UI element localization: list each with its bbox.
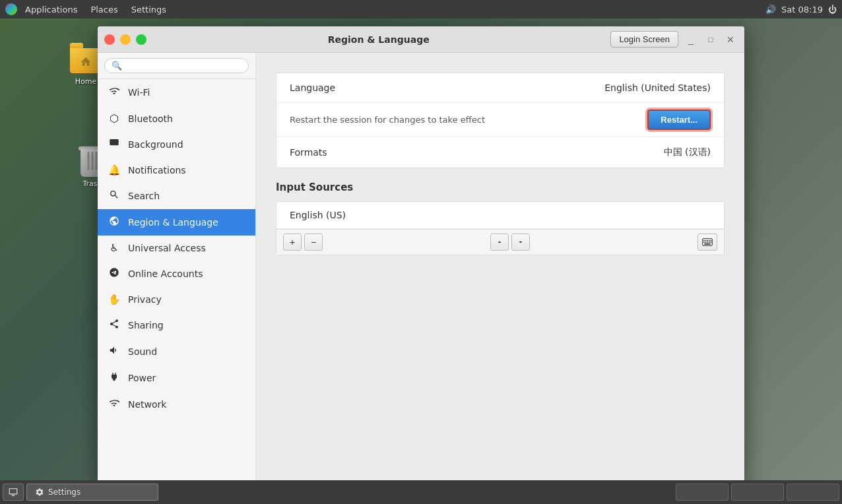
taskbar-thumbnail3 xyxy=(787,484,839,501)
maximize-button[interactable]: + xyxy=(136,34,146,45)
background-label: Background xyxy=(128,139,183,150)
language-value: English (United States) xyxy=(604,82,711,93)
input-sources-toolbar: + − xyxy=(276,229,724,255)
sidebar-item-search[interactable]: Search xyxy=(98,183,255,209)
taskbar-settings-window[interactable]: Settings xyxy=(26,484,158,501)
restart-button[interactable]: Restart... xyxy=(647,110,711,130)
window-title: Region & Language xyxy=(152,34,605,45)
online-accounts-icon xyxy=(108,267,120,280)
login-screen-button[interactable]: Login Screen xyxy=(610,31,678,47)
settings-sidebar: 🔍 Wi-Fi ⬡ Bluetooth Background xyxy=(98,53,256,488)
universal-access-label: Universal Access xyxy=(128,243,206,253)
sharing-icon xyxy=(108,319,120,332)
svg-rect-0 xyxy=(110,139,118,145)
bluetooth-icon: ⬡ xyxy=(108,112,120,125)
search-wrap: 🔍 xyxy=(104,58,249,73)
restart-notice-row: Restart the session for changes to take … xyxy=(276,103,724,137)
background-icon xyxy=(108,138,120,151)
sidebar-item-online-accounts[interactable]: Online Accounts xyxy=(98,261,255,287)
window-titlebar: ✕ − + Region & Language Login Screen _ □… xyxy=(98,26,744,53)
language-row: Language English (United States) xyxy=(276,73,724,103)
notifications-icon: 🔔 xyxy=(108,164,120,176)
search-sidebar-icon xyxy=(108,189,120,203)
svg-rect-4 xyxy=(707,240,708,241)
sidebar-item-network[interactable]: Network xyxy=(98,391,255,418)
language-card: Language English (United States) Restart… xyxy=(276,73,725,168)
privacy-icon: ✋ xyxy=(108,294,120,305)
sidebar-item-power[interactable]: Power xyxy=(98,365,255,391)
input-sources-title: Input Sources xyxy=(276,181,725,193)
sidebar-item-region[interactable]: Region & Language xyxy=(98,209,255,236)
sidebar-item-wifi[interactable]: Wi-Fi xyxy=(98,79,255,106)
sidebar-item-universal-access[interactable]: ♿ Universal Access xyxy=(98,236,255,261)
language-label: Language xyxy=(290,82,604,93)
move-down-button[interactable] xyxy=(511,234,530,251)
power-icon[interactable]: ⏻ xyxy=(828,5,837,15)
topbar-right: 🔊 Sat 08:19 ⏻ xyxy=(765,5,837,15)
topbar-left: Applications Places Settings xyxy=(5,3,172,16)
sidebar-item-sharing[interactable]: Sharing xyxy=(98,312,255,338)
volume-icon[interactable]: 🔊 xyxy=(765,5,776,15)
window-body: 🔍 Wi-Fi ⬡ Bluetooth Background xyxy=(98,53,744,488)
formats-row: Formats 中国 (汉语) xyxy=(276,137,724,168)
search-label: Search xyxy=(128,191,160,201)
sidebar-item-notifications[interactable]: 🔔 Notifications xyxy=(98,158,255,183)
search-input[interactable] xyxy=(126,61,242,71)
input-source-english-us[interactable]: English (US) xyxy=(276,202,724,229)
formats-value: 中国 (汉语) xyxy=(664,146,711,158)
settings-menu[interactable]: Settings xyxy=(126,3,172,16)
network-icon xyxy=(108,398,120,411)
svg-rect-2 xyxy=(703,240,705,241)
keyboard-settings-button[interactable] xyxy=(697,234,717,251)
settings-window: ✕ − + Region & Language Login Screen _ □… xyxy=(98,26,744,488)
taskbar: Settings xyxy=(0,480,842,504)
sidebar-item-background[interactable]: Background xyxy=(98,131,255,158)
places-menu[interactable]: Places xyxy=(85,3,123,16)
close-button[interactable]: ✕ xyxy=(104,34,115,45)
taskbar-thumbnail2 xyxy=(731,484,784,501)
sharing-label: Sharing xyxy=(128,320,164,331)
svg-rect-9 xyxy=(707,241,708,243)
maximize-btn2[interactable]: □ xyxy=(703,32,718,47)
sound-label: Sound xyxy=(128,346,157,357)
taskbar-thumbnail xyxy=(676,484,729,501)
move-up-button[interactable] xyxy=(490,234,509,251)
region-icon xyxy=(108,216,120,229)
close-btn2[interactable]: ✕ xyxy=(723,32,738,47)
minimize-btn2[interactable]: _ xyxy=(684,32,698,47)
show-desktop-button[interactable] xyxy=(3,484,24,501)
add-input-source-button[interactable]: + xyxy=(283,234,302,251)
applications-menu[interactable]: Applications xyxy=(20,3,82,16)
network-label: Network xyxy=(128,399,166,410)
privacy-label: Privacy xyxy=(128,294,162,305)
home-icon-label: Home xyxy=(75,77,96,86)
svg-rect-11 xyxy=(711,241,712,243)
sound-icon xyxy=(108,345,120,358)
app-logo xyxy=(5,3,17,15)
wifi-label: Wi-Fi xyxy=(128,87,150,98)
input-sources-card: English (US) + − xyxy=(276,201,725,255)
restart-notice-text: Restart the session for changes to take … xyxy=(290,115,637,125)
main-content: Language English (United States) Restart… xyxy=(256,53,744,488)
topbar: Applications Places Settings 🔊 Sat 08:19… xyxy=(0,0,842,18)
sidebar-item-sound[interactable]: Sound xyxy=(98,338,255,365)
svg-rect-3 xyxy=(705,240,707,241)
search-bar: 🔍 xyxy=(98,53,255,79)
minimize-button[interactable]: − xyxy=(120,34,131,45)
wifi-icon xyxy=(108,86,120,99)
svg-rect-7 xyxy=(703,241,705,243)
universal-access-icon: ♿ xyxy=(108,242,120,254)
sidebar-item-bluetooth[interactable]: ⬡ Bluetooth xyxy=(98,106,255,131)
search-icon: 🔍 xyxy=(112,61,122,71)
online-accounts-label: Online Accounts xyxy=(128,268,203,279)
sidebar-item-privacy[interactable]: ✋ Privacy xyxy=(98,287,255,312)
svg-rect-12 xyxy=(704,243,710,245)
clock: Sat 08:19 xyxy=(781,5,823,15)
power-icon xyxy=(108,371,120,385)
svg-rect-8 xyxy=(705,241,707,243)
power-label: Power xyxy=(128,373,156,383)
svg-rect-10 xyxy=(709,241,710,243)
region-label: Region & Language xyxy=(128,217,218,228)
remove-input-source-button[interactable]: − xyxy=(304,234,323,251)
svg-rect-5 xyxy=(709,240,710,241)
